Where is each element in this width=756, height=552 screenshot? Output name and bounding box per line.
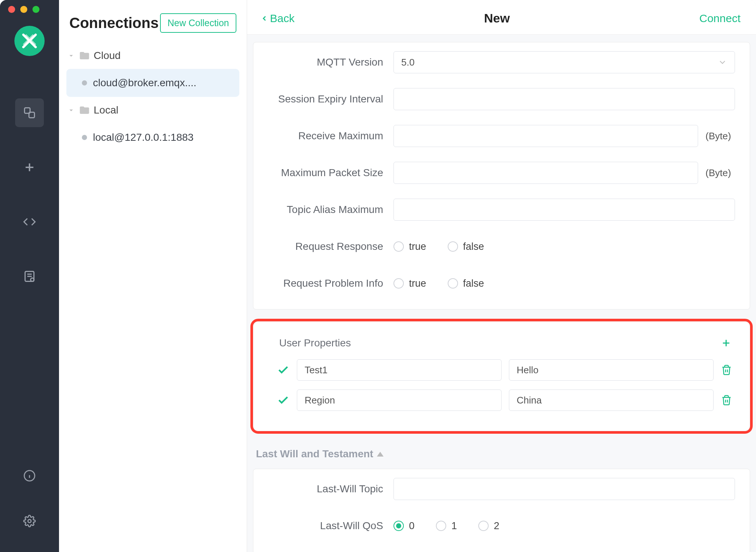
topic-alias-label: Topic Alias Maximum [253, 204, 393, 216]
user-property-value-input[interactable] [509, 389, 714, 411]
svg-point-3 [31, 278, 34, 282]
mqtt-version-label: MQTT Version [253, 56, 393, 68]
mqtt-version-select[interactable]: 5.0 [393, 51, 735, 73]
trash-icon[interactable] [721, 364, 732, 375]
lwt-section-header[interactable]: Last Will and Testament [253, 443, 750, 469]
max-packet-label: Maximum Packet Size [253, 167, 393, 179]
check-icon [277, 394, 289, 406]
request-problem-true[interactable]: true [393, 278, 426, 289]
radio-icon [393, 521, 404, 531]
chevron-down-icon [67, 52, 75, 60]
connection-label: local@127.0.0.1:1883 [93, 132, 194, 143]
page-title: New [484, 11, 510, 25]
app-logo [14, 26, 45, 56]
connections-sidebar: Connections New Collection Cloud cloud@b… [59, 0, 247, 552]
nav-add-icon[interactable] [15, 153, 44, 182]
topbar: Back New Connect [247, 0, 756, 35]
lwt-topic-label: Last-Will Topic [253, 483, 393, 495]
close-window-icon[interactable] [8, 6, 15, 13]
traffic-lights [0, 0, 59, 18]
user-property-row [253, 389, 739, 420]
lwt-qos-2[interactable]: 2 [478, 520, 499, 532]
radio-icon [448, 278, 458, 289]
check-icon [277, 364, 289, 376]
session-expiry-label: Session Expiry Interval [253, 93, 393, 105]
radio-icon [436, 521, 446, 531]
session-expiry-input[interactable] [393, 88, 735, 110]
chevron-left-icon [260, 14, 268, 22]
status-dot-icon [82, 135, 87, 140]
radio-icon [393, 278, 404, 289]
folder-icon [79, 50, 90, 61]
svg-point-5 [28, 520, 31, 523]
mqtt-version-value: 5.0 [401, 57, 415, 68]
byte-unit: (Byte) [705, 130, 735, 142]
connection-item-local[interactable]: local@127.0.0.1:1883 [66, 123, 239, 151]
request-response-true[interactable]: true [393, 241, 426, 252]
nav-info-icon[interactable] [15, 461, 44, 490]
folder-icon [79, 105, 90, 116]
user-properties-title: User Properties [279, 337, 351, 349]
topic-alias-input[interactable] [393, 199, 735, 221]
nav-connections-icon[interactable] [15, 98, 44, 127]
connection-label: cloud@broker.emqx.... [93, 77, 197, 89]
byte-unit: (Byte) [705, 167, 735, 179]
radio-icon [478, 521, 489, 531]
radio-icon [393, 241, 404, 252]
folder-label: Local [94, 104, 118, 116]
sidebar-title: Connections [69, 15, 159, 31]
folder-cloud[interactable]: Cloud [63, 44, 243, 67]
content-area: Back New Connect MQTT Version 5.0 [247, 0, 756, 552]
nav-code-icon[interactable] [15, 207, 44, 236]
lwt-card: Last-Will Topic Last-Will QoS 0 1 2 [253, 469, 750, 552]
lwt-topic-input[interactable] [393, 478, 735, 500]
user-property-value-input[interactable] [509, 359, 714, 381]
radio-icon [448, 241, 458, 252]
folder-local[interactable]: Local [63, 98, 243, 122]
receive-max-input[interactable] [393, 125, 698, 147]
user-property-row [253, 359, 739, 389]
folder-label: Cloud [94, 50, 121, 62]
request-problem-false[interactable]: false [448, 278, 484, 289]
connect-button[interactable]: Connect [699, 12, 741, 25]
user-property-key-input[interactable] [297, 359, 502, 381]
request-response-false[interactable]: false [448, 241, 484, 252]
user-property-key-input[interactable] [297, 389, 502, 411]
trash-icon[interactable] [721, 395, 732, 406]
status-dot-icon [82, 80, 87, 85]
request-response-label: Request Response [253, 241, 393, 252]
back-button[interactable]: Back [260, 12, 295, 25]
lwt-qos-0[interactable]: 0 [393, 520, 415, 532]
lwt-qos-label: Last-Will QoS [253, 520, 393, 532]
chevron-down-icon [67, 106, 75, 114]
request-problem-label: Request Problem Info [253, 277, 393, 289]
add-user-property-button[interactable] [720, 337, 732, 349]
collapse-up-icon [377, 452, 384, 457]
max-packet-input[interactable] [393, 162, 698, 184]
maximize-window-icon[interactable] [32, 6, 39, 13]
advanced-settings-card: MQTT Version 5.0 Session Expiry Interval [253, 42, 750, 310]
back-label: Back [270, 12, 295, 25]
plus-icon [721, 338, 732, 349]
receive-max-label: Receive Maximum [253, 130, 393, 142]
minimize-window-icon[interactable] [20, 6, 27, 13]
connection-item-cloud[interactable]: cloud@broker.emqx.... [66, 69, 239, 97]
lwt-qos-1[interactable]: 1 [436, 520, 457, 532]
chevron-down-icon [718, 57, 727, 67]
new-collection-button[interactable]: New Collection [160, 13, 236, 33]
user-properties-card: User Properties [253, 321, 750, 431]
icon-sidebar [0, 0, 59, 552]
nav-logs-icon[interactable] [15, 262, 44, 291]
lwt-section-title: Last Will and Testament [256, 448, 373, 460]
nav-settings-icon[interactable] [15, 507, 44, 535]
